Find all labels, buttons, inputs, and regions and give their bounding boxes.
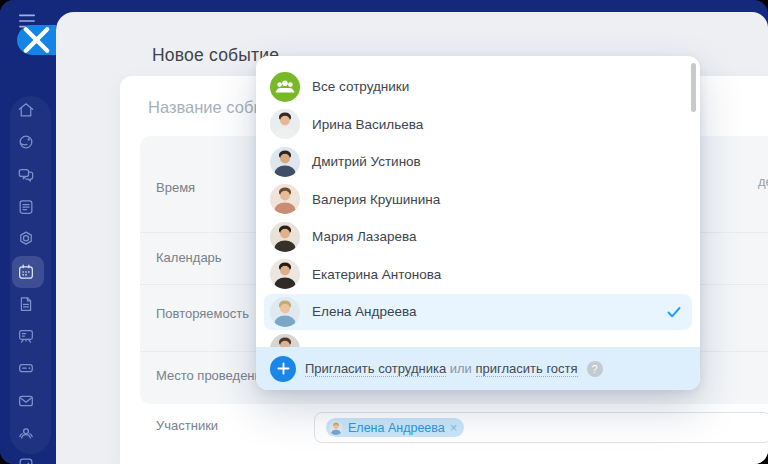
employee-row-all[interactable]: Все сотрудники (256, 68, 700, 106)
employee-avatar (270, 109, 300, 139)
participant-chip-name: Елена Андреева (348, 421, 445, 435)
invite-or-text: или (450, 361, 472, 376)
form-row-label: Место проведения (156, 368, 269, 383)
invite-plus-button[interactable] (270, 356, 296, 382)
employee-name: Дмитрий Устинов (312, 154, 421, 169)
employee-name: Мария Лазарева (312, 229, 416, 244)
help-icon[interactable]: ? (587, 361, 603, 377)
employee-avatar (270, 147, 300, 177)
employee-name: Все сотрудники (312, 79, 409, 94)
employee-list: Все сотрудникиИрина ВасильеваДмитрий Уст… (256, 68, 700, 368)
sidebar-item-devices[interactable] (16, 358, 36, 378)
employee-avatar (270, 297, 300, 327)
sidebar-item-presentation[interactable] (16, 326, 36, 346)
sidebar-item-people[interactable] (16, 423, 36, 443)
employee-name: Елена Андреева (312, 304, 417, 319)
employee-row[interactable]: Елена Андреева (256, 293, 700, 331)
sidebar-item-tasks[interactable] (16, 455, 36, 464)
employee-avatar (270, 259, 300, 289)
employee-avatar (270, 184, 300, 214)
employee-row[interactable]: Дмитрий Устинов (256, 143, 700, 181)
employee-row[interactable]: Екатерина Антонова (256, 256, 700, 294)
sidebar-item-news[interactable] (16, 197, 36, 217)
close-panel-button[interactable] (17, 25, 56, 55)
form-row-label: Повторяемость (156, 306, 249, 321)
all-employees-avatar (270, 72, 300, 102)
employee-name: Екатерина Антонова (312, 267, 441, 282)
dropdown-footer: Пригласить сотрудника или пригласить гос… (256, 347, 700, 390)
dropdown-scrollbar[interactable] (691, 63, 696, 112)
sidebar-item-documents[interactable] (16, 294, 36, 314)
form-row-label: Время (156, 180, 195, 195)
employee-name: Валерия Крушинина (312, 192, 440, 207)
sidebar-item-discover[interactable] (16, 132, 36, 152)
employee-row[interactable]: Ирина Васильева (256, 106, 700, 144)
participants-input[interactable]: Елена Андреева × (314, 412, 768, 443)
participant-chip-avatar (329, 421, 343, 435)
employee-row[interactable]: Валерия Крушинина (256, 181, 700, 219)
employee-picker-dropdown: Все сотрудникиИрина ВасильеваДмитрий Уст… (256, 56, 700, 390)
participants-label: Участники (156, 418, 218, 433)
remove-participant-icon[interactable]: × (450, 421, 458, 434)
app-window: Новое событие Четверг, 4 декабря сегодня… (0, 0, 768, 464)
sidebar-item-home[interactable] (16, 100, 36, 120)
all-day-label-fragment: день (758, 174, 768, 189)
form-row-label: Календарь (156, 250, 222, 265)
sidebar-item-chats[interactable] (16, 165, 36, 185)
participant-chip[interactable]: Елена Андреева × (326, 418, 464, 437)
employee-name: Ирина Васильева (312, 117, 423, 132)
plus-icon (277, 362, 290, 375)
check-icon (666, 304, 682, 320)
sidebar-item-mail[interactable] (16, 391, 36, 411)
invite-guest-link[interactable]: пригласить гостя (476, 361, 578, 377)
invite-employee-link[interactable]: Пригласить сотрудника (305, 361, 446, 377)
sidebar (0, 0, 56, 464)
close-icon (17, 25, 56, 55)
sidebar-item-calendar[interactable] (16, 262, 36, 282)
sidebar-item-services[interactable] (16, 229, 36, 249)
employee-avatar (270, 222, 300, 252)
employee-row[interactable]: Мария Лазарева (256, 218, 700, 256)
invite-text: Пригласить сотрудника или пригласить гос… (305, 361, 578, 376)
